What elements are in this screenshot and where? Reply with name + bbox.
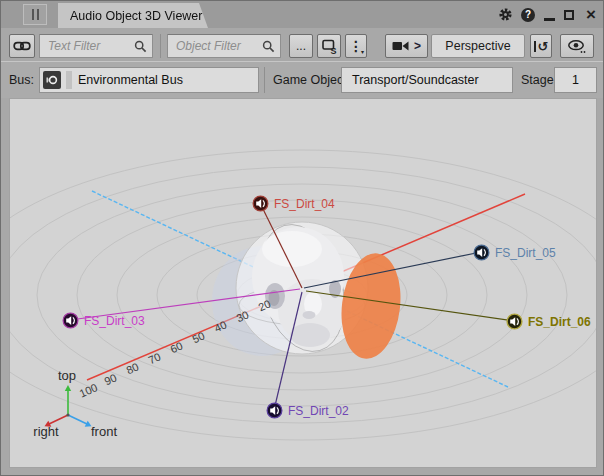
- maximize-icon[interactable]: [562, 1, 576, 28]
- svg-text:70: 70: [146, 350, 162, 366]
- stage-label: Stage:: [521, 73, 557, 87]
- eye-icon: [567, 39, 587, 54]
- view-mode-dropdown[interactable]: Perspective: [431, 34, 525, 58]
- svg-text:50: 50: [190, 329, 206, 345]
- audio-object-fs-dirt-06[interactable]: FS_Dirt_06: [506, 313, 591, 330]
- svg-text:100: 100: [78, 381, 100, 399]
- bus-value: Environmental Bus: [78, 73, 183, 87]
- title-bar: Audio Object 3D Viewer ? ×: [1, 1, 603, 29]
- toolbar-separator: [160, 34, 161, 58]
- audio-object-fs-dirt-04[interactable]: FS_Dirt_04: [252, 195, 335, 212]
- bus-label: Bus:: [9, 73, 34, 87]
- text-filter-field: [39, 34, 153, 58]
- bus-icon: [43, 71, 61, 89]
- close-icon[interactable]: ×: [583, 1, 599, 28]
- svg-text:60: 60: [168, 339, 184, 355]
- 3d-viewport[interactable]: 20 30 40 50 60 70 80 90 100 t: [9, 98, 597, 468]
- game-object-label: Game Object:: [273, 73, 350, 87]
- camera-button[interactable]: >: [385, 34, 428, 58]
- help-icon[interactable]: ?: [520, 1, 536, 28]
- infobar-separator: [264, 67, 265, 93]
- search-icon: [262, 40, 275, 53]
- object-label: FS_Dirt_06: [528, 315, 591, 329]
- tab-title: Audio Object 3D Viewer: [58, 9, 202, 23]
- speaker-icon: [252, 195, 269, 212]
- speaker-icon: [62, 312, 79, 329]
- stage-value: 1: [572, 73, 579, 87]
- bus-color-bar: [66, 71, 72, 89]
- search-icon: [134, 40, 147, 53]
- speaker-icon: [473, 244, 490, 261]
- tab-audio-object-3d-viewer[interactable]: Audio Object 3D Viewer: [58, 3, 208, 28]
- speaker-icon: [506, 313, 523, 330]
- minimize-icon[interactable]: [542, 1, 556, 28]
- info-bar: Bus: Environmental Bus Game Object: Tran…: [1, 61, 603, 98]
- game-object-value: Transport/Soundcaster: [352, 73, 479, 87]
- object-label: FS_Dirt_05: [495, 246, 556, 260]
- axis-label-front: front: [91, 424, 117, 439]
- reset-view-button[interactable]: ↺: [530, 34, 552, 58]
- settings-gear-icon[interactable]: [497, 1, 513, 28]
- show-soundcaster-objects-button[interactable]: S: [317, 34, 341, 58]
- axis-label-right: right: [33, 424, 59, 439]
- stage-field[interactable]: 1: [554, 67, 597, 93]
- more-options-button[interactable]: ...: [289, 34, 313, 58]
- bus-field[interactable]: Environmental Bus: [39, 67, 259, 93]
- menu-button[interactable]: ⋮ ▾: [345, 34, 367, 58]
- object-filter-input[interactable]: [174, 36, 258, 56]
- game-object-field[interactable]: Transport/Soundcaster: [341, 67, 513, 93]
- reset-bar-icon: [534, 41, 536, 52]
- speaker-icon: [266, 402, 283, 419]
- question-mark-icon: ?: [521, 8, 535, 22]
- object-label: FS_Dirt_02: [288, 404, 349, 418]
- text-filter-input[interactable]: [46, 36, 130, 56]
- object-filter-field: [167, 34, 281, 58]
- dropdown-arrow-icon: ▾: [361, 49, 364, 55]
- audio-object-fs-dirt-05[interactable]: FS_Dirt_05: [473, 244, 556, 261]
- ellipsis-label: ...: [296, 39, 306, 53]
- camera-icon: [392, 40, 409, 52]
- undo-arrow-icon: ↺: [538, 39, 549, 54]
- axis-label-top: top: [58, 368, 76, 383]
- toolbar: ... S ⋮ ▾ > Perspective ↺: [1, 28, 603, 61]
- view-mode-value: Perspective: [445, 39, 510, 53]
- object-label: FS_Dirt_04: [274, 197, 335, 211]
- chain-link-icon: [13, 40, 31, 52]
- visibility-options-button[interactable]: [560, 34, 594, 58]
- audio-object-fs-dirt-02[interactable]: FS_Dirt_02: [266, 402, 349, 419]
- camera-expander-arrow: >: [414, 39, 421, 53]
- link-button[interactable]: [9, 34, 35, 58]
- audio-object-fs-dirt-03[interactable]: FS_Dirt_03: [62, 312, 145, 329]
- audio-object-3d-viewer-window: Audio Object 3D Viewer ? ×: [0, 0, 604, 476]
- panel-drag-handle[interactable]: [23, 4, 47, 25]
- object-label: FS_Dirt_03: [84, 314, 145, 328]
- svg-text:S: S: [330, 45, 336, 55]
- soundcaster-icon: S: [321, 38, 338, 55]
